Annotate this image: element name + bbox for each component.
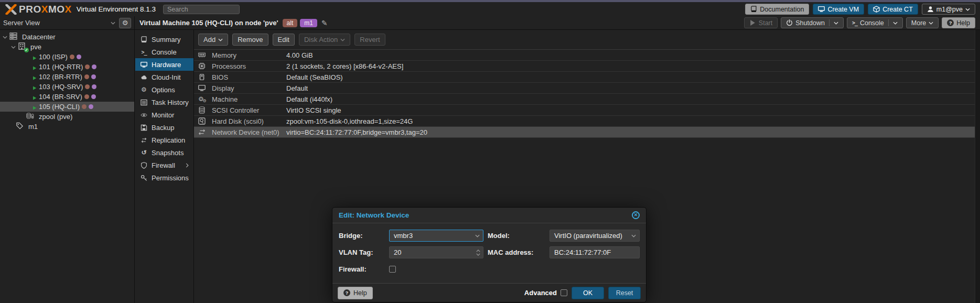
disk-action-button[interactable]: Disk Action bbox=[299, 34, 350, 46]
chevron-down-icon[interactable] bbox=[476, 253, 480, 256]
console-button[interactable]: >_Console bbox=[847, 17, 903, 28]
hardware-row[interactable]: Processors2 (1 sockets, 2 cores) [x86-64… bbox=[194, 61, 975, 72]
start-label: Start bbox=[759, 19, 772, 27]
more-button[interactable]: More bbox=[906, 17, 939, 28]
menu-item-label: Summary bbox=[152, 36, 181, 44]
hardware-row[interactable]: Memory4.00 GiB bbox=[194, 50, 975, 61]
advanced-checkbox[interactable] bbox=[561, 289, 567, 296]
tree-item-vm-101[interactable]: 101 (HQ-RTR) bbox=[0, 62, 134, 72]
search-input[interactable] bbox=[163, 5, 240, 14]
dialog-titlebar[interactable]: Edit: Network Device ✕ bbox=[332, 208, 646, 223]
hardware-row[interactable]: SCSI ControllerVirtIO SCSI single bbox=[194, 105, 975, 116]
bridge-label: Bridge: bbox=[339, 230, 385, 242]
firewall-checkbox[interactable] bbox=[389, 266, 396, 273]
create-ct-label: Create CT bbox=[882, 6, 913, 13]
vm-icon bbox=[26, 103, 36, 111]
datacenter-icon bbox=[9, 33, 19, 41]
hardware-row[interactable]: ⚙⚙MachineDefault (i440fx) bbox=[194, 94, 975, 105]
running-play-icon bbox=[33, 84, 37, 92]
model-combobox[interactable]: VirtIO (paravirtualized) bbox=[550, 230, 640, 242]
replication-icon bbox=[140, 137, 148, 144]
tree-item-vm-104[interactable]: 104 (BR-SRV) bbox=[0, 92, 134, 102]
dialog-help-button[interactable]: ? Help bbox=[338, 287, 373, 299]
proxmox-logo-icon bbox=[5, 4, 17, 15]
add-button[interactable]: Add bbox=[198, 34, 228, 46]
view-selector[interactable]: Server View bbox=[3, 18, 115, 28]
shutdown-button[interactable]: Shutdown bbox=[781, 17, 844, 28]
hardware-row-value: zpool:vm-105-disk-0,iothread=1,size=24G bbox=[286, 117, 413, 125]
tab-replication[interactable]: Replication bbox=[135, 134, 193, 146]
chevron-down-icon bbox=[834, 21, 838, 25]
vm-icon bbox=[26, 53, 36, 61]
tab-task-history[interactable]: Task History bbox=[135, 96, 193, 109]
tab-firewall[interactable]: Firewall bbox=[135, 159, 193, 171]
bridge-combobox[interactable]: vmbr3 bbox=[389, 230, 483, 242]
revert-button[interactable]: Revert bbox=[354, 34, 385, 46]
tree-item-node-pve[interactable]: ✓pve bbox=[0, 42, 134, 52]
hardware-row[interactable]: Hard Disk (scsi0)zpool:vm-105-disk-0,iot… bbox=[194, 116, 975, 127]
tree-item-vm-103[interactable]: 103 (HQ-SRV) bbox=[0, 82, 134, 92]
mac-address-field[interactable]: BC:24:11:72:77:0F bbox=[550, 246, 640, 258]
hardware-row[interactable]: Network Device (net0)virtio=BC:24:11:72:… bbox=[194, 127, 975, 138]
tree-expander-icon[interactable] bbox=[11, 46, 16, 49]
tab-snapshots[interactable]: ↺Snapshots bbox=[135, 146, 193, 159]
tab-hardware[interactable]: Hardware bbox=[135, 58, 193, 71]
hardware-row-value: Default (SeaBIOS) bbox=[286, 73, 343, 81]
tree-item-tag-m1[interactable]: m1 bbox=[0, 122, 134, 132]
tag-icon bbox=[16, 123, 25, 131]
tree-settings-button[interactable]: ⚙ bbox=[119, 18, 131, 28]
chevron-down-icon bbox=[111, 21, 115, 25]
hardware-row-value: 4.00 GiB bbox=[286, 51, 313, 59]
documentation-label: Documentation bbox=[760, 6, 804, 13]
add-label: Add bbox=[203, 36, 216, 44]
reset-button[interactable]: Reset bbox=[608, 287, 641, 299]
create-ct-button[interactable]: Create CT bbox=[868, 4, 918, 15]
cloud-icon bbox=[140, 74, 148, 81]
advanced-label: Advanced bbox=[524, 289, 557, 297]
tab-console[interactable]: >_Console bbox=[135, 46, 193, 58]
version-label: Virtual Environment 8.1.3 bbox=[77, 5, 156, 13]
help-button[interactable]: ?Help bbox=[942, 17, 975, 28]
start-button[interactable]: Start bbox=[744, 17, 778, 28]
chevron-down-icon bbox=[893, 21, 898, 25]
tree-expander-icon[interactable] bbox=[3, 36, 7, 39]
chevron-down-icon bbox=[218, 38, 223, 41]
brand-x: X bbox=[64, 4, 71, 15]
tab-monitor[interactable]: Monitor bbox=[135, 109, 193, 121]
tab-options[interactable]: ⚙Options bbox=[135, 83, 193, 96]
hardware-row[interactable]: DisplayDefault bbox=[194, 83, 975, 94]
tree-item-vm-105[interactable]: 105 (HQ-CLI) bbox=[0, 102, 134, 112]
user-menu-button[interactable]: m1@pve bbox=[922, 4, 975, 15]
chevron-up-icon[interactable] bbox=[476, 250, 480, 252]
hardware-row-label: Hard Disk (scsi0) bbox=[212, 117, 286, 125]
tree-item-datacenter[interactable]: Datacenter bbox=[0, 32, 134, 42]
tree-item-storage-zpool[interactable]: zpool (pve) bbox=[0, 112, 134, 122]
documentation-button[interactable]: Documentation bbox=[745, 4, 809, 15]
content-scrollbar[interactable] bbox=[975, 30, 980, 303]
help-label: Help bbox=[956, 19, 970, 27]
tab-permissions[interactable]: Permissions bbox=[135, 171, 193, 184]
running-play-icon bbox=[33, 54, 37, 62]
tree-item-vm-100[interactable]: 100 (ISP) bbox=[0, 52, 134, 62]
ok-button[interactable]: OK bbox=[572, 287, 604, 299]
vm-tag-alt[interactable]: alt bbox=[283, 19, 298, 27]
tab-backup[interactable]: Backup bbox=[135, 121, 193, 134]
button-divider bbox=[829, 19, 830, 26]
vlan-tag-spinner[interactable]: 20 bbox=[389, 246, 483, 258]
view-selector-cell: Server View ⚙ bbox=[0, 16, 135, 29]
vm-tag-m1[interactable]: m1 bbox=[300, 19, 317, 27]
running-play-icon bbox=[33, 94, 37, 102]
create-vm-button[interactable]: Create VM bbox=[813, 4, 864, 15]
edit-tags-pencil-icon[interactable]: ✎ bbox=[321, 19, 328, 27]
tag-dot bbox=[91, 94, 96, 99]
edit-button[interactable]: Edit bbox=[273, 34, 295, 46]
remove-button[interactable]: Remove bbox=[232, 34, 268, 46]
vm-actions: StartShutdown>_ConsoleMore?Help bbox=[744, 17, 975, 28]
tab-summary[interactable]: Summary bbox=[135, 33, 193, 46]
spinner-arrows[interactable] bbox=[476, 250, 480, 256]
tree-item-vm-102[interactable]: 102 (BR-RTR) bbox=[0, 72, 134, 82]
hardware-row[interactable]: BIOSDefault (SeaBIOS) bbox=[194, 72, 975, 83]
running-play-icon bbox=[33, 74, 37, 82]
close-icon[interactable]: ✕ bbox=[632, 211, 640, 219]
tab-cloud-init[interactable]: Cloud-Init bbox=[135, 71, 193, 83]
